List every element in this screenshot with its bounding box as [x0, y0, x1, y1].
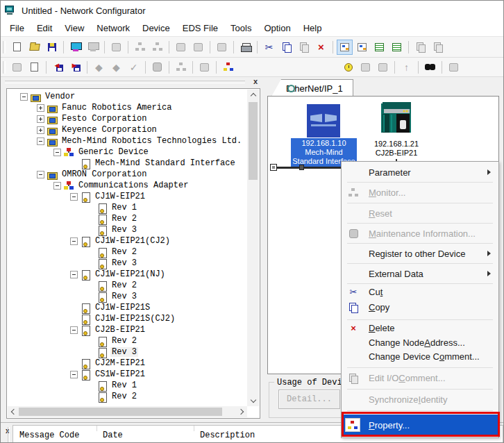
message-panel-grabber[interactable]: [8, 427, 10, 442]
upload-parameter-icon[interactable]: ◆: [108, 60, 124, 75]
edit-comment-icon[interactable]: [214, 40, 230, 55]
device-wizard-icon[interactable]: [9, 60, 25, 75]
column-header-description[interactable]: Description: [200, 431, 255, 440]
open-file-icon[interactable]: [26, 40, 42, 55]
tree-item-cj1w-eip21s-cj2[interactable]: CJ1W-EIP21S(CJ2): [8, 313, 246, 324]
tree-item-rev[interactable]: Rev 3: [8, 346, 246, 358]
download-network-icon[interactable]: [149, 40, 165, 55]
monitor-device-icon[interactable]: [173, 60, 189, 75]
collapse-box-icon[interactable]: [70, 237, 78, 245]
column-header-date[interactable]: Date: [103, 431, 123, 440]
collapse-box-icon[interactable]: [70, 193, 78, 201]
ctx-change-node-address[interactable]: Change Node Address...: [342, 335, 498, 349]
menu-option[interactable]: Option: [258, 21, 296, 35]
edit-io-comment-icon[interactable]: [196, 60, 212, 75]
tree-item-mechmind-interface[interactable]: Mech-Mind Standard Interface: [8, 158, 246, 169]
tree-item-cj1w-eip21-nj[interactable]: CJ1W-EIP21(NJ): [8, 269, 246, 280]
collapse-box-icon[interactable]: [53, 182, 61, 190]
menu-file[interactable]: File: [3, 21, 31, 35]
collapse-box-icon[interactable]: [37, 137, 44, 145]
device-cj2b-label[interactable]: 192.168.1.21 CJ2B-EIP21: [358, 140, 435, 158]
device-cj2b-plc-icon[interactable]: [380, 101, 412, 135]
tree-item-keyence[interactable]: Keyence Corporation: [8, 124, 246, 135]
menu-edit[interactable]: Edit: [31, 21, 58, 35]
ctx-delete[interactable]: ×Delete: [342, 321, 498, 335]
download-parameter-icon[interactable]: ◆: [91, 60, 107, 75]
tree-item-cj2m-eip21[interactable]: CJ2M-EIP21: [8, 358, 246, 369]
verify-network-icon[interactable]: [173, 40, 189, 55]
io-table-2-icon[interactable]: [389, 40, 405, 55]
ctx-monitor[interactable]: Monitor...: [342, 183, 498, 202]
paste-icon[interactable]: [296, 40, 312, 55]
verify-parameter-icon[interactable]: ✓: [126, 60, 142, 75]
ctx-copy[interactable]: Copy: [342, 299, 498, 315]
detail-button[interactable]: Detail...: [278, 390, 340, 409]
menu-network[interactable]: Network: [90, 21, 136, 35]
maintenance-information-icon[interactable]: [149, 60, 165, 75]
ctx-maintenance-information[interactable]: Maintenance Information...: [342, 224, 498, 242]
menu-view[interactable]: View: [58, 21, 90, 35]
tree-panel-close-icon[interactable]: x: [251, 76, 260, 86]
column-header-message-code[interactable]: Message Code: [19, 431, 79, 440]
ctx-cut[interactable]: ✂Cut: [342, 285, 498, 299]
collapse-box-icon[interactable]: [20, 93, 28, 101]
ctx-external-data[interactable]: External Data: [342, 265, 498, 283]
expand-box-icon[interactable]: [37, 115, 44, 123]
verify-structure-icon[interactable]: [190, 40, 206, 55]
tree-item-rev[interactable]: Rev 2: [8, 280, 246, 291]
copy-icon[interactable]: [278, 40, 294, 55]
tree-item-mechmind[interactable]: Mech-Mind Robotics Technologies Ltd.: [8, 135, 246, 147]
tree-item-generic-device[interactable]: Generic Device: [8, 147, 246, 158]
large-icon-view-icon[interactable]: [337, 40, 353, 55]
dock-grabber[interactable]: [5, 81, 245, 83]
refresh-eds-icon[interactable]: [446, 60, 462, 75]
tree-item-rev[interactable]: Rev 2: [8, 335, 246, 346]
ctx-change-device-comment[interactable]: Change Device Comment...: [342, 349, 498, 364]
scroll-right-icon[interactable]: [237, 406, 247, 417]
disconnect-network-icon[interactable]: [85, 40, 101, 55]
menu-tools[interactable]: Tools: [224, 21, 258, 35]
upload-network-icon[interactable]: [132, 40, 148, 55]
scroll-thumb-h[interactable]: [19, 408, 222, 416]
tree-item-rev[interactable]: Rev 1: [8, 202, 246, 213]
tree-item-fanuc[interactable]: Fanuc Robotics America: [8, 102, 246, 113]
tab-ethernet-ip-1[interactable]: EtherNet/IP_1: [271, 79, 353, 97]
setup-wizard-icon[interactable]: [108, 40, 124, 55]
delete-icon[interactable]: ×: [313, 40, 329, 55]
parameter-clipboard-icon[interactable]: [26, 60, 42, 75]
trunk-connector-icon[interactable]: [270, 164, 277, 171]
tree-item-rev[interactable]: Rev 2: [8, 213, 246, 224]
scroll-left-icon[interactable]: [8, 406, 18, 417]
expand-all-icon[interactable]: [412, 40, 428, 55]
menu-help[interactable]: Help: [297, 21, 328, 35]
tree-item-cj2b-eip21[interactable]: CJ2B-EIP21: [8, 324, 246, 335]
device-mech-mind-icon[interactable]: [307, 104, 340, 137]
ctx-parameter[interactable]: Parameter: [342, 163, 498, 181]
expand-box-icon[interactable]: [37, 104, 44, 112]
upload-eds-icon[interactable]: ↑: [398, 60, 414, 75]
menu-device[interactable]: Device: [136, 21, 176, 35]
tree-item-cj1w-eip21[interactable]: CJ1W-EIP21: [8, 191, 246, 202]
collapse-box-icon[interactable]: [70, 271, 78, 278]
collapse-all-icon[interactable]: [430, 40, 446, 55]
print-icon[interactable]: [237, 40, 253, 55]
save-to-device-icon[interactable]: ◄: [50, 60, 66, 75]
save-eds-icon[interactable]: [375, 60, 391, 75]
tree-item-cj1w-eip21-cj2[interactable]: CJ1W-EIP21(CJ2): [8, 235, 246, 246]
ctx-edit-io-comment[interactable]: Edit I/O Comment...: [342, 369, 498, 387]
tree-item-omron[interactable]: OMRON Corporation: [8, 169, 246, 180]
delete-eds-icon[interactable]: [358, 60, 373, 75]
cut-icon[interactable]: ✂: [261, 40, 277, 55]
find-eds-icon[interactable]: [422, 60, 438, 75]
tree-item-rev[interactable]: Rev 3: [8, 224, 246, 235]
ctx-register-to-other-device[interactable]: Register to other Device: [342, 244, 498, 262]
new-file-icon[interactable]: [9, 40, 25, 55]
scroll-up-icon[interactable]: [247, 90, 259, 100]
collapse-box-icon[interactable]: [70, 326, 78, 334]
tree-item-cs1w-eip21[interactable]: CS1W-EIP21: [8, 369, 246, 380]
tree-horizontal-scrollbar[interactable]: [8, 406, 247, 417]
tree-item-rev[interactable]: Rev 2: [8, 391, 246, 402]
tree-item-rev[interactable]: Rev 1: [8, 380, 246, 391]
load-from-device-icon[interactable]: ►: [67, 60, 83, 75]
tree-item-comms-adapter[interactable]: Communications Adapter: [8, 180, 246, 191]
